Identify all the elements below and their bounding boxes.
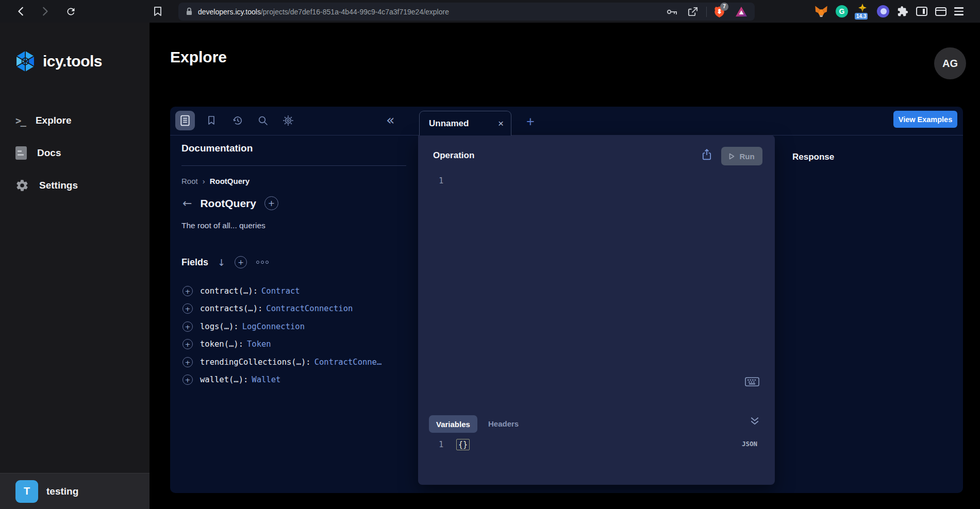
sidebar-item-explore[interactable]: >_ Explore (15, 109, 72, 132)
brave-rewards-icon[interactable] (735, 6, 748, 17)
editor-mode-label: JSON (742, 440, 757, 448)
sidebar-item-label: Docs (37, 147, 61, 159)
grammarly-icon[interactable]: G (836, 5, 848, 18)
close-tab-icon[interactable]: × (498, 118, 504, 129)
operation-title: Operation (433, 150, 474, 161)
app-sidebar: icy.tools >_ Explore Docs Settings T tes… (0, 23, 150, 509)
breadcrumb-current: RootQuery (210, 177, 250, 185)
variables-line-number: 1 (439, 440, 443, 449)
run-button[interactable]: Run (721, 147, 762, 165)
ghost-extension-icon[interactable] (877, 5, 889, 18)
sidebar-item-settings[interactable]: Settings (15, 174, 78, 197)
doc-list-icon (180, 115, 190, 126)
field-row-contracts[interactable]: + contracts(…):ContractConnection (182, 302, 353, 315)
bookmark-outline-icon (207, 115, 216, 126)
account-avatar[interactable]: AG (934, 47, 966, 79)
field-row-trendingCollections[interactable]: + trendingCollections(…):ContractConne… (182, 356, 381, 368)
collapse-docs-icon[interactable]: « (386, 112, 395, 128)
more-options-icon[interactable] (256, 261, 269, 264)
metamask-icon[interactable] (815, 5, 828, 18)
search-toolbar-button[interactable] (256, 114, 270, 127)
key-icon[interactable] (667, 8, 678, 16)
add-field-icon[interactable]: + (182, 357, 193, 367)
field-row-wallet[interactable]: + wallet(…):Wallet (182, 374, 280, 386)
browser-reload-icon[interactable] (64, 5, 77, 18)
user-avatar: T (15, 480, 38, 503)
brand-name: icy.tools (43, 53, 102, 70)
extension-14-icon[interactable]: 14.3 (856, 4, 869, 19)
add-fields-icon[interactable]: + (235, 256, 247, 268)
add-field-icon[interactable]: + (182, 321, 193, 332)
tab-unnamed[interactable]: Unnamed × (419, 111, 511, 135)
keyboard-shortcuts-icon[interactable] (745, 377, 759, 386)
fields-label: Fields (181, 257, 208, 268)
sidebar-toggle-icon[interactable] (916, 7, 927, 16)
settings-toolbar-button[interactable] (281, 114, 295, 127)
view-examples-button[interactable]: View Examples (893, 111, 957, 128)
breadcrumb-root[interactable]: Root (181, 177, 198, 185)
operation-card: Operation Run 1 (418, 135, 775, 485)
tab-title: Unnamed (429, 118, 498, 129)
sort-arrow-icon[interactable]: ↓ (218, 257, 225, 268)
browser-back-icon[interactable] (14, 5, 28, 18)
lock-icon (186, 7, 193, 16)
play-icon (729, 153, 735, 160)
history-icon (232, 115, 243, 126)
field-row-token[interactable]: + token(…):Token (182, 338, 271, 350)
tab-variables[interactable]: Variables (429, 415, 477, 433)
wallet-icon[interactable] (935, 7, 946, 16)
add-field-icon[interactable]: + (182, 375, 193, 385)
extension-badge: 14.3 (855, 13, 868, 20)
history-toolbar-button[interactable] (231, 114, 244, 127)
sidebar-user[interactable]: T testing (0, 473, 150, 509)
add-field-icon[interactable]: + (182, 339, 193, 349)
add-tab-icon[interactable]: + (523, 114, 538, 129)
sidebar-item-docs[interactable]: Docs (15, 142, 61, 164)
extensions-puzzle-icon[interactable] (897, 6, 908, 17)
response-title: Response (792, 152, 834, 162)
gear-icon (283, 115, 294, 126)
docs-toolbar-button[interactable] (175, 111, 195, 130)
back-arrow-icon[interactable]: ← (182, 197, 192, 210)
divider (706, 7, 707, 17)
type-name: RootQuery (200, 197, 256, 210)
browser-forward-icon[interactable] (38, 5, 52, 18)
url-bar[interactable]: developers.icy.tools/projects/de7def16-8… (178, 3, 755, 21)
type-header: ← RootQuery + (182, 196, 278, 210)
add-type-icon[interactable]: + (264, 196, 278, 210)
operation-line-number: 1 (439, 176, 443, 185)
menu-icon[interactable] (954, 7, 964, 15)
main-area: Explore AG (150, 23, 980, 509)
share-operation-icon[interactable] (702, 148, 712, 161)
sidebar-item-label: Explore (36, 115, 72, 126)
type-description: The root of all... queries (181, 221, 265, 230)
field-row-logs[interactable]: + logs(…):LogConnection (182, 320, 305, 333)
bookmark-icon[interactable] (151, 5, 164, 18)
graphiql-panel: « Unnamed × + View Examples Documentatio… (170, 107, 963, 493)
search-icon (258, 115, 269, 126)
gear-icon (15, 179, 29, 192)
add-field-icon[interactable]: + (182, 286, 193, 296)
bookmarks-toolbar-button[interactable] (205, 114, 218, 127)
add-field-icon[interactable]: + (182, 303, 193, 314)
sidebar-item-label: Settings (39, 180, 78, 191)
breadcrumb: Root › RootQuery (181, 177, 250, 185)
field-row-contract[interactable]: + contract(…):Contract (182, 285, 300, 297)
tab-headers[interactable]: Headers (488, 419, 519, 428)
brand-logo[interactable]: icy.tools (13, 49, 102, 73)
brave-shield-icon[interactable]: 7 (714, 6, 725, 18)
variables-value[interactable]: {} (456, 439, 470, 450)
divider (181, 165, 406, 166)
collapse-variables-icon[interactable] (750, 416, 759, 426)
extension-row: G 14.3 (815, 0, 964, 23)
icy-tools-logo-icon (13, 49, 37, 73)
chevron-right-icon: › (203, 177, 205, 185)
document-icon (15, 146, 27, 160)
user-name: testing (46, 486, 78, 497)
shield-badge: 7 (720, 3, 728, 11)
fields-header: Fields ↓ + (181, 256, 269, 268)
share-icon[interactable] (687, 7, 698, 16)
page-title: Explore (170, 48, 227, 66)
browser-chrome: developers.icy.tools/projects/de7def16-8… (0, 0, 980, 23)
terminal-icon: >_ (15, 115, 25, 126)
